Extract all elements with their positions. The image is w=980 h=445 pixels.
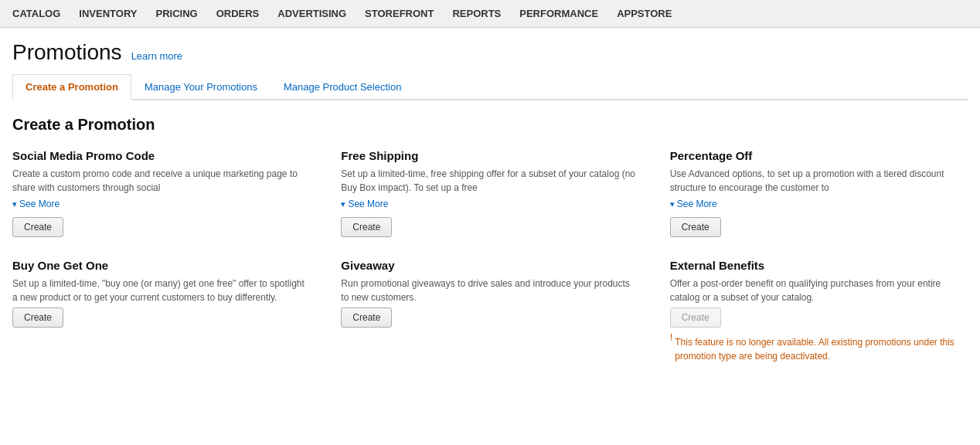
promo-bogo-name: Buy One Get One bbox=[12, 259, 310, 272]
promo-free-shipping-create-button[interactable]: Create bbox=[341, 217, 392, 237]
promo-percentage-off: Percentage Off Use Advanced options, to … bbox=[670, 149, 968, 237]
promo-percentage-off-desc: Use Advanced options, to set up a promot… bbox=[670, 167, 968, 195]
promo-free-shipping-desc: Set up a limited-time, free shipping off… bbox=[341, 167, 638, 195]
nav-storefront[interactable]: STOREFRONT bbox=[365, 2, 434, 25]
promo-social-media-see-more[interactable]: See More bbox=[12, 199, 60, 209]
nav-orders[interactable]: ORDERS bbox=[216, 2, 260, 25]
promo-giveaway-create-button[interactable]: Create bbox=[341, 307, 392, 328]
promo-external-benefits-name: External Benefits bbox=[670, 259, 968, 272]
promo-social-media-create-button[interactable]: Create bbox=[12, 217, 63, 237]
learn-more-link[interactable]: Learn more bbox=[131, 50, 182, 62]
warning-icon: ! bbox=[670, 331, 673, 343]
tab-manage-product-selection[interactable]: Manage Product Selection bbox=[271, 74, 414, 100]
promo-external-benefits-create-button: Create bbox=[670, 307, 721, 328]
promo-free-shipping: Free Shipping Set up a limited-time, fre… bbox=[341, 149, 638, 237]
page-header: Promotions Learn more bbox=[0, 28, 980, 65]
external-benefits-warning: ! This feature is no longer available. A… bbox=[670, 331, 968, 363]
promo-giveaway: Giveaway Run promotional giveaways to dr… bbox=[341, 259, 638, 363]
nav-appstore[interactable]: APPSTORE bbox=[617, 2, 672, 25]
promo-free-shipping-name: Free Shipping bbox=[341, 149, 638, 162]
tab-create-promotion[interactable]: Create a Promotion bbox=[12, 74, 131, 100]
promotions-grid: Social Media Promo Code Create a custom … bbox=[12, 149, 968, 385]
promo-social-media-name: Social Media Promo Code bbox=[12, 149, 310, 162]
promo-giveaway-desc: Run promotional giveaways to drive sales… bbox=[341, 277, 638, 304]
promo-external-benefits-desc: Offer a post-order benefit on qualifying… bbox=[670, 277, 968, 304]
nav-inventory[interactable]: INVENTORY bbox=[79, 2, 137, 25]
promo-percentage-off-create-button[interactable]: Create bbox=[670, 217, 721, 237]
promo-social-media: Social Media Promo Code Create a custom … bbox=[12, 149, 310, 237]
promo-bogo: Buy One Get One Set up a limited-time, "… bbox=[12, 259, 310, 363]
page-title: Promotions bbox=[12, 40, 122, 65]
section-title: Create a Promotion bbox=[12, 116, 968, 134]
nav-advertising[interactable]: ADVERTISING bbox=[277, 2, 346, 25]
tab-manage-promotions[interactable]: Manage Your Promotions bbox=[131, 74, 271, 100]
promo-percentage-off-name: Percentage Off bbox=[670, 149, 968, 162]
promo-percentage-off-see-more[interactable]: See More bbox=[670, 199, 717, 209]
promo-giveaway-name: Giveaway bbox=[341, 259, 638, 272]
promo-bogo-create-button[interactable]: Create bbox=[12, 307, 63, 328]
nav-performance[interactable]: PERFORMANCE bbox=[519, 2, 598, 25]
nav-reports[interactable]: REPORTS bbox=[452, 2, 501, 25]
tab-bar: Create a Promotion Manage Your Promotion… bbox=[12, 74, 968, 100]
promo-free-shipping-see-more[interactable]: See More bbox=[341, 199, 388, 209]
promo-external-benefits: External Benefits Offer a post-order ben… bbox=[670, 259, 968, 363]
promo-bogo-desc: Set up a limited-time, "buy one (or many… bbox=[12, 277, 310, 304]
promo-social-media-desc: Create a custom promo code and receive a… bbox=[12, 167, 310, 195]
main-content: Create a Promotion Social Media Promo Co… bbox=[0, 100, 980, 400]
nav-catalog[interactable]: CATALOG bbox=[12, 2, 60, 25]
top-navigation: CATALOG INVENTORY PRICING ORDERS ADVERTI… bbox=[0, 0, 980, 28]
warning-text: This feature is no longer available. All… bbox=[675, 335, 968, 363]
nav-pricing[interactable]: PRICING bbox=[155, 2, 197, 25]
